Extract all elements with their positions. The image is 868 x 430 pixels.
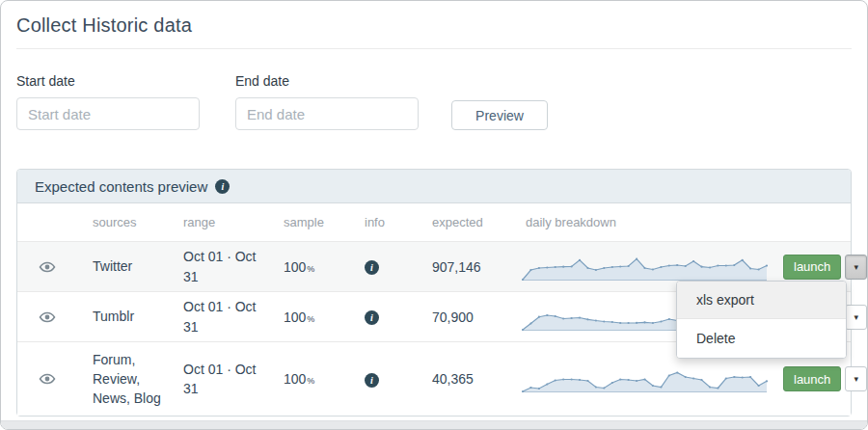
page-title: Collect Historic data [16, 14, 852, 37]
header-daily-breakdown: daily breakdown [510, 215, 768, 229]
header-expected: expected [417, 215, 510, 229]
sample-number: 100 [284, 309, 306, 325]
daily-breakdown-sparkline [510, 364, 768, 393]
title-divider [16, 48, 852, 49]
daily-breakdown-sparkline [510, 253, 768, 282]
info-icon[interactable]: i [365, 260, 379, 275]
sample-unit: % [307, 376, 314, 386]
eye-icon[interactable] [17, 261, 77, 273]
source-name: Twitter [77, 256, 168, 276]
row-info: i [349, 371, 417, 388]
sample-unit: % [307, 314, 314, 324]
row-actions-dropdown-menu: xls export Delete [676, 281, 847, 359]
info-icon[interactable]: i [365, 373, 379, 388]
caret-dropdown-toggle[interactable]: ▾ [845, 255, 867, 280]
source-name: Forum, Review, News, Blog [77, 350, 168, 409]
eye-icon[interactable] [17, 373, 77, 385]
row-actions: launch ▾ [768, 255, 868, 280]
header-range: range [168, 215, 268, 229]
header-sources: sources [77, 215, 168, 229]
expected-count: 40,365 [417, 371, 510, 387]
sample-value: 100% [268, 371, 349, 387]
sample-number: 100 [284, 371, 306, 387]
caret-dropdown-toggle[interactable]: ▾ [845, 366, 867, 391]
menu-item-xls-export[interactable]: xls export [677, 282, 846, 319]
row-info: i [349, 258, 417, 275]
launch-button[interactable]: launch [783, 255, 841, 280]
header-sample: sample [268, 215, 349, 229]
menu-item-delete[interactable]: Delete [677, 319, 846, 358]
date-range: Oct 01 · Oct 31 [168, 247, 268, 286]
panel-heading: Expected contents preview i [17, 170, 851, 203]
date-range: Oct 01 · Oct 31 [168, 297, 268, 336]
table-header-row: sources range sample info expected daily… [17, 203, 851, 242]
end-date-label: End date [235, 73, 419, 89]
panel-title: Expected contents preview [35, 178, 207, 195]
row-info: i [349, 309, 417, 325]
date-toolbar: Start date End date Preview [16, 73, 852, 130]
caret-dropdown-toggle[interactable]: ▾ [845, 305, 867, 330]
sample-value: 100% [268, 309, 349, 325]
sample-number: 100 [284, 259, 306, 275]
expected-count: 907,146 [417, 259, 510, 275]
end-date-input[interactable] [235, 97, 419, 130]
start-date-input[interactable] [16, 97, 200, 130]
start-date-label: Start date [16, 73, 200, 89]
expected-count: 70,900 [417, 309, 510, 325]
app-window: Collect Historic data Start date End dat… [0, 0, 868, 430]
preview-button[interactable]: Preview [451, 100, 548, 130]
sample-unit: % [307, 264, 314, 274]
launch-button[interactable]: launch [783, 366, 841, 391]
header-info: info [349, 215, 417, 229]
info-icon[interactable]: i [365, 310, 379, 325]
date-range: Oct 01 · Oct 31 [168, 360, 268, 399]
start-date-field: Start date [16, 73, 200, 130]
sample-value: 100% [268, 259, 349, 275]
source-name: Tumblr [77, 307, 168, 326]
end-date-field: End date [235, 73, 419, 130]
window-bottom-edge [1, 420, 867, 429]
info-icon[interactable]: i [215, 179, 230, 194]
row-actions: launch ▾ [768, 366, 868, 391]
eye-icon[interactable] [17, 311, 77, 323]
